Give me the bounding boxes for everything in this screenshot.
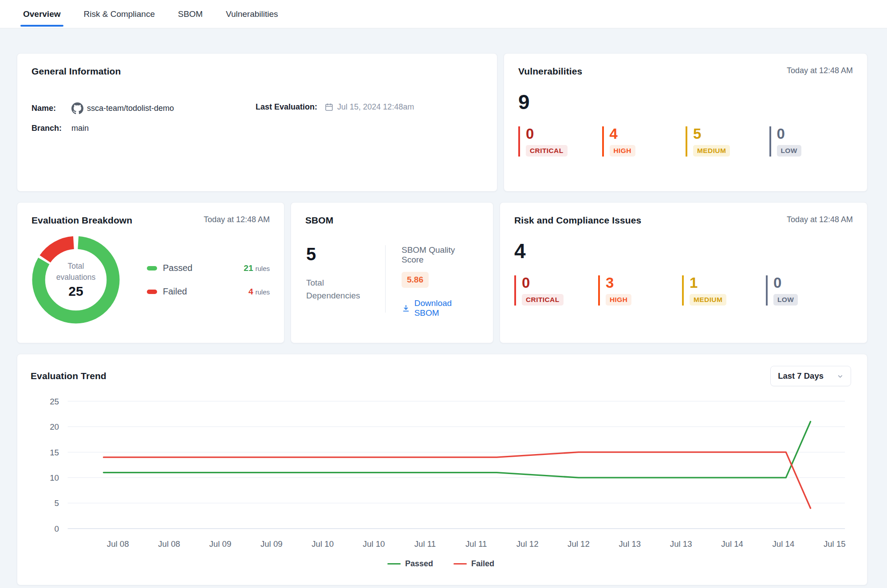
- severity-critical: 0 CRITICAL: [518, 126, 602, 157]
- evaluation-breakdown-title: Evaluation Breakdown: [32, 215, 132, 226]
- failed-swatch: [147, 290, 157, 294]
- tab-vulnerabilities-label: Vulnerabilities: [226, 9, 278, 19]
- passed-label: Passed: [163, 263, 238, 273]
- svg-text:Jul 13: Jul 13: [619, 539, 641, 549]
- passed-count: 21: [244, 263, 253, 273]
- vulnerabilities-timestamp: Today at 12:48 AM: [787, 66, 853, 75]
- last-evaluation-row: Last Evaluation: Jul 15, 2024 12:48am: [256, 102, 483, 112]
- medium-count: 5: [693, 126, 769, 141]
- risk-severity-medium: 1 MEDIUM: [682, 275, 766, 306]
- repo-name-value: ssca-team/todolist-demo: [87, 104, 174, 113]
- donut-center-total: 25: [68, 284, 83, 299]
- general-information-body: Name: ssca-team/todolist-demo Branch: ma…: [32, 102, 483, 133]
- branch-label: Branch:: [32, 124, 68, 133]
- last-evaluation-label: Last Evaluation:: [256, 102, 317, 112]
- risk-low-count: 0: [773, 275, 850, 290]
- legend-row-failed: Failed 4rules: [147, 286, 270, 297]
- severity-medium: 5 MEDIUM: [686, 126, 769, 157]
- svg-text:20: 20: [50, 422, 59, 431]
- tab-overview-label: Overview: [23, 9, 61, 19]
- risk-compliance-total: 4: [514, 241, 853, 261]
- svg-text:Jul 10: Jul 10: [363, 539, 385, 549]
- critical-count: 0: [526, 126, 602, 141]
- risk-severity-high: 3 HIGH: [598, 275, 682, 306]
- risk-critical-count: 0: [522, 275, 598, 290]
- chevron-down-icon: [837, 373, 844, 380]
- sbom-card: SBOM 5 Total Dependencies SBOM Quality S…: [291, 202, 493, 343]
- failed-count: 4: [248, 287, 253, 296]
- risk-medium-badge: MEDIUM: [690, 294, 726, 306]
- critical-badge: CRITICAL: [526, 145, 568, 157]
- passed-swatch: [147, 266, 157, 270]
- svg-text:Jul 08: Jul 08: [158, 539, 180, 549]
- download-sbom-label: Download SBOM: [414, 298, 478, 318]
- risk-compliance-card: Risk and Compliance Issues Today at 12:4…: [500, 202, 867, 343]
- svg-text:Jul 13: Jul 13: [670, 539, 692, 549]
- svg-text:Jul 15: Jul 15: [824, 539, 846, 549]
- svg-text:Jul 09: Jul 09: [209, 539, 232, 549]
- risk-severity-row: 0 CRITICAL 3 HIGH 1 MEDIUM 0 LOW: [514, 275, 853, 306]
- trend-chart-legend: Passed Failed: [31, 559, 851, 568]
- evaluation-breakdown-timestamp: Today at 12:48 AM: [204, 215, 270, 224]
- svg-text:Jul 08: Jul 08: [107, 539, 129, 549]
- passed-line-swatch: [387, 563, 401, 565]
- tab-risk-compliance-label: Risk & Compliance: [84, 9, 155, 19]
- evaluation-breakdown-card: Evaluation Breakdown Today at 12:48 AM T…: [17, 202, 284, 343]
- failed-label: Failed: [163, 286, 243, 297]
- risk-low-badge: LOW: [773, 294, 798, 306]
- tab-vulnerabilities[interactable]: Vulnerabilities: [225, 0, 279, 28]
- svg-text:Jul 09: Jul 09: [260, 539, 283, 549]
- legend-row-passed: Passed 21rules: [147, 263, 270, 273]
- tab-sbom-label: SBOM: [178, 9, 203, 19]
- date-range-select[interactable]: Last 7 Days: [770, 366, 851, 386]
- vulnerabilities-total: 9: [518, 92, 853, 112]
- medium-badge: MEDIUM: [693, 145, 730, 157]
- svg-text:Jul 12: Jul 12: [568, 539, 590, 549]
- evaluation-breakdown-legend: Passed 21rules Failed 4rules: [147, 263, 270, 297]
- high-count: 4: [610, 126, 686, 141]
- risk-medium-count: 1: [690, 275, 766, 290]
- tab-sbom[interactable]: SBOM: [177, 0, 204, 28]
- svg-text:Jul 14: Jul 14: [773, 539, 795, 549]
- sbom-quality-score-value: 5.86: [402, 272, 429, 288]
- failed-unit: rules: [255, 288, 270, 296]
- svg-text:10: 10: [50, 473, 59, 482]
- vulnerabilities-title: Vulnerabilities: [518, 66, 582, 77]
- name-label: Name:: [32, 104, 68, 113]
- risk-high-badge: HIGH: [606, 294, 631, 306]
- download-icon: [402, 304, 410, 313]
- date-range-value: Last 7 Days: [778, 371, 824, 381]
- risk-severity-low: 0 LOW: [766, 275, 850, 306]
- risk-high-count: 3: [606, 275, 682, 290]
- svg-text:25: 25: [50, 397, 59, 406]
- svg-text:Jul 14: Jul 14: [721, 539, 743, 549]
- trend-legend-failed: Failed: [453, 559, 494, 568]
- branch-row: Branch: main: [32, 124, 256, 133]
- repo-name-row: Name: ssca-team/todolist-demo: [32, 102, 256, 114]
- trend-chart: 0510152025Jul 08Jul 08Jul 09Jul 09Jul 10…: [31, 395, 851, 557]
- svg-text:5: 5: [55, 498, 59, 508]
- svg-text:15: 15: [50, 448, 59, 457]
- trend-failed-label: Failed: [471, 559, 494, 568]
- vulnerabilities-severity-row: 0 CRITICAL 4 HIGH 5 MEDIUM 0 LOW: [518, 126, 853, 157]
- svg-text:Jul 12: Jul 12: [516, 539, 539, 549]
- github-icon: [71, 102, 83, 114]
- svg-text:0: 0: [55, 524, 59, 533]
- risk-severity-critical: 0 CRITICAL: [514, 275, 598, 306]
- trend-legend-passed: Passed: [387, 559, 433, 568]
- tab-overview[interactable]: Overview: [22, 0, 62, 28]
- tab-risk-compliance[interactable]: Risk & Compliance: [83, 0, 156, 28]
- passed-unit: rules: [255, 265, 270, 272]
- severity-low: 0 LOW: [769, 126, 853, 157]
- total-dependencies-label: Total Dependencies: [306, 276, 385, 302]
- risk-critical-badge: CRITICAL: [522, 294, 564, 306]
- download-sbom-link[interactable]: Download SBOM: [402, 298, 478, 318]
- general-information-title: General Information: [32, 66, 121, 77]
- donut-center-label-2: evaluations: [56, 272, 96, 283]
- last-evaluation-value: Jul 15, 2024 12:48am: [337, 102, 414, 112]
- sbom-title: SBOM: [305, 215, 333, 226]
- evaluations-donut-chart: Total evaluations 25: [32, 235, 120, 324]
- tab-bar: Overview Risk & Compliance SBOM Vulnerab…: [0, 0, 887, 28]
- branch-value: main: [71, 124, 89, 133]
- failed-line-swatch: [453, 563, 467, 565]
